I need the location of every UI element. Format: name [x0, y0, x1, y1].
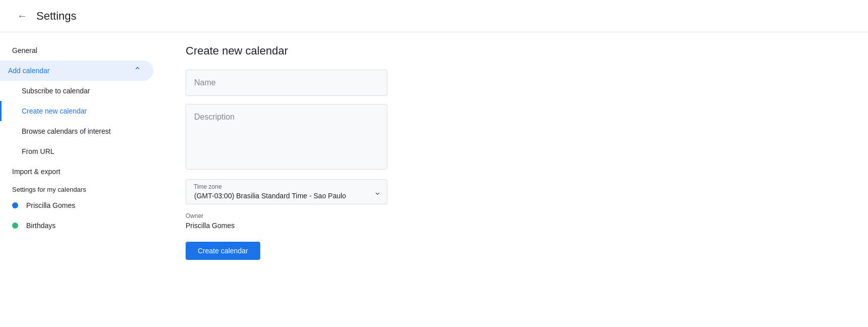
create-calendar-button[interactable]: Create calendar [186, 242, 260, 260]
sidebar-item-import-export[interactable]: Import & export [0, 161, 153, 182]
calendar-item-birthdays[interactable]: Birthdays [0, 215, 161, 236]
my-calendars-heading: Settings for my calendars [0, 182, 161, 195]
sidebar-subitem-create[interactable]: Create new calendar [0, 101, 161, 121]
timezone-field: Time zone (GMT-03:00) Brasilia Standard … [186, 179, 387, 204]
calendar-label-priscilla: Priscilla Gomes [26, 201, 75, 209]
owner-section: Owner Priscilla Gomes [186, 212, 387, 230]
back-button[interactable]: ← [12, 6, 32, 26]
timezone-wrapper: Time zone (GMT-03:00) Brasilia Standard … [186, 179, 387, 204]
sidebar-item-general[interactable]: General [0, 40, 153, 61]
create-calendar-form: Time zone (GMT-03:00) Brasilia Standard … [186, 70, 387, 260]
calendar-item-priscilla[interactable]: Priscilla Gomes [0, 195, 161, 215]
owner-value: Priscilla Gomes [186, 222, 387, 230]
timezone-select[interactable]: (GMT-03:00) Brasilia Standard Time - Sao… [186, 179, 387, 204]
sidebar-subitem-subscribe[interactable]: Subscribe to calendar [0, 81, 161, 101]
create-calendar-title: Create new calendar [186, 44, 844, 58]
description-field [186, 104, 387, 171]
header: ← Settings [0, 0, 868, 32]
import-export-label: Import & export [12, 168, 61, 176]
description-input[interactable] [186, 104, 387, 170]
sidebar-item-add-calendar[interactable]: Add calendar ⌃ [0, 61, 153, 81]
owner-label: Owner [186, 212, 387, 220]
add-calendar-label: Add calendar [8, 67, 134, 75]
layout: General Add calendar ⌃ Subscribe to cale… [0, 32, 868, 327]
sidebar-subitem-url[interactable]: From URL [0, 141, 161, 161]
name-field [186, 70, 387, 96]
name-input[interactable] [186, 70, 387, 96]
sidebar-general-label: General [12, 46, 37, 54]
chevron-up-icon: ⌃ [134, 65, 141, 76]
main-content: Create new calendar Time zone (GMT-03:00… [161, 32, 868, 327]
sidebar: General Add calendar ⌃ Subscribe to cale… [0, 32, 161, 327]
calendar-dot-birthdays [12, 223, 18, 229]
page-title: Settings [36, 10, 77, 23]
calendar-dot-priscilla [12, 202, 18, 208]
back-arrow-icon: ← [17, 10, 27, 22]
calendar-label-birthdays: Birthdays [26, 222, 55, 230]
sidebar-subitem-browse[interactable]: Browse calendars of interest [0, 121, 161, 141]
